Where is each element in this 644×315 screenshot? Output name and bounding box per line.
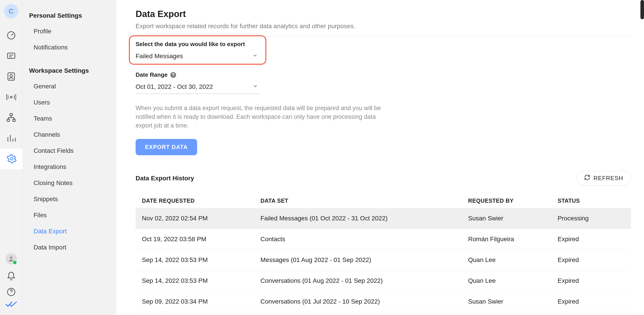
sidebar-item-files[interactable]: Files [22, 207, 116, 223]
current-user-avatar[interactable] [6, 253, 17, 264]
history-title: Data Export History [136, 175, 194, 182]
table-row[interactable]: Sep 14, 2022 03:53 PM Messages (01 Aug 2… [136, 250, 631, 270]
messages-icon[interactable] [0, 46, 22, 66]
chevron-down-icon [252, 52, 259, 60]
workflows-icon[interactable] [0, 108, 22, 128]
date-range-value: Oct 01, 2022 - Oct 30, 2022 [136, 83, 213, 90]
cell-date: Sep 14, 2022 03:53 PM [142, 277, 260, 284]
scrollbar-thumb[interactable] [640, 0, 644, 19]
cell-requested-by: Susan Swier [468, 215, 558, 222]
col-date-requested: DATE REQUESTED [142, 198, 260, 204]
sidebar-item-integrations[interactable]: Integrations [22, 159, 116, 175]
svg-rect-6 [7, 119, 10, 121]
cell-requested-by: Susan Swier [468, 298, 558, 305]
table-row[interactable]: Sep 09, 2022 03:34 PM Conversations (01 … [136, 291, 631, 312]
svg-rect-2 [8, 73, 14, 80]
svg-point-9 [10, 256, 12, 259]
cell-status: Expired [558, 256, 625, 264]
date-range-dropdown[interactable]: Oct 01, 2022 - Oct 30, 2022 [136, 82, 260, 94]
table-row[interactable]: Sep 14, 2022 03:53 PM Conversations (01 … [136, 270, 631, 291]
avatar-letter: C [9, 8, 14, 15]
cell-requested-by: Quan Lee [468, 277, 558, 284]
select-data-value: Failed Messages [136, 52, 183, 60]
dashboard-icon[interactable] [0, 25, 22, 46]
sidebar-item-snippets[interactable]: Snippets [22, 191, 116, 207]
sidebar-item-channels[interactable]: Channels [22, 127, 116, 143]
main-content: Data Export Export workspace related rec… [116, 0, 644, 315]
cell-data-set: Conversations (01 Aug 2022 - 01 Sep 2022… [260, 277, 468, 284]
reports-icon[interactable] [0, 128, 22, 148]
cell-status: Expired [558, 277, 625, 284]
sidebar-item-general[interactable]: General [22, 78, 116, 94]
icon-rail: C [0, 0, 22, 315]
export-info-text: When you submit a data export request, t… [136, 104, 384, 130]
col-data-set: DATA SET [260, 198, 468, 204]
sidebar-item-teams[interactable]: Teams [22, 110, 116, 127]
cell-date: Oct 19, 2022 03:58 PM [142, 236, 260, 243]
refresh-label: REFRESH [594, 175, 623, 182]
sidebar-item-data-import[interactable]: Data Import [22, 240, 116, 256]
table-header-row: DATE REQUESTED DATA SET REQUESTED BY STA… [136, 191, 631, 208]
cell-status: Processing [558, 215, 625, 222]
cell-data-set: Conversations (01 Jul 2022 - 10 Sep 2022… [260, 298, 468, 305]
table-pagination: Rows per page: 25 1-5 of 5 [136, 312, 631, 315]
cell-date: Nov 02, 2022 02:54 PM [142, 215, 260, 222]
cell-status: Expired [558, 236, 625, 243]
export-data-button[interactable]: EXPORT DATA [136, 139, 197, 155]
sidebar-heading-personal: Personal Settings [22, 8, 116, 23]
svg-point-8 [10, 158, 13, 160]
svg-rect-1 [8, 53, 15, 58]
cell-data-set: Contacts [260, 236, 468, 243]
cell-status: Expired [558, 298, 625, 305]
cell-requested-by: Quan Lee [468, 256, 558, 264]
select-data-label: Select the data you would like to export [136, 41, 260, 48]
sidebar-item-profile[interactable]: Profile [22, 23, 116, 40]
date-range-label-row: Date Range ? [136, 71, 260, 78]
sidebar-item-notifications[interactable]: Notifications [22, 40, 116, 56]
help-icon[interactable] [0, 284, 22, 300]
date-range-label: Date Range [136, 71, 168, 78]
col-status: STATUS [558, 198, 625, 204]
cell-date: Sep 09, 2022 03:34 PM [142, 298, 260, 305]
page-title: Data Export [136, 9, 631, 19]
cell-date: Sep 14, 2022 03:53 PM [142, 256, 260, 264]
sidebar-heading-workspace: Workspace Settings [22, 63, 116, 78]
chevron-down-icon [253, 83, 259, 90]
sidebar-item-contact-fields[interactable]: Contact Fields [22, 143, 116, 159]
notifications-bell-icon[interactable] [0, 268, 22, 284]
sidebar-item-closing-notes[interactable]: Closing Notes [22, 175, 116, 191]
svg-point-4 [10, 96, 12, 98]
sidebar-item-users[interactable]: Users [22, 94, 116, 110]
svg-rect-5 [10, 114, 12, 116]
workspace-avatar[interactable]: C [4, 4, 18, 18]
brand-logo-icon [5, 300, 17, 309]
refresh-icon [584, 174, 590, 182]
settings-icon[interactable] [0, 148, 22, 169]
broadcast-icon[interactable] [0, 87, 22, 108]
history-table: DATE REQUESTED DATA SET REQUESTED BY STA… [136, 191, 631, 312]
data-select-highlighted-box: Select the data you would like to export… [129, 35, 266, 65]
table-row[interactable]: Oct 19, 2022 03:58 PM Contacts Román Fil… [136, 229, 631, 250]
sidebar-item-data-export[interactable]: Data Export [22, 223, 116, 240]
cell-requested-by: Román Filgueira [468, 236, 558, 243]
table-row[interactable]: Nov 02, 2022 02:54 PM Failed Messages (0… [136, 208, 631, 229]
svg-rect-7 [13, 119, 15, 121]
col-requested-by: REQUESTED BY [468, 198, 558, 204]
settings-sidebar: Personal Settings Profile Notifications … [22, 0, 116, 315]
cell-data-set: Messages (01 Aug 2022 - 01 Sep 2022) [260, 256, 468, 264]
svg-point-3 [10, 74, 12, 77]
contacts-icon[interactable] [0, 66, 22, 87]
cell-data-set: Failed Messages (01 Oct 2022 - 31 Oct 20… [260, 215, 468, 222]
page-subtitle: Export workspace related records for fur… [136, 22, 631, 37]
help-tooltip-icon[interactable]: ? [170, 72, 176, 78]
select-data-dropdown[interactable]: Failed Messages [136, 51, 260, 60]
refresh-button[interactable]: REFRESH [576, 171, 631, 186]
